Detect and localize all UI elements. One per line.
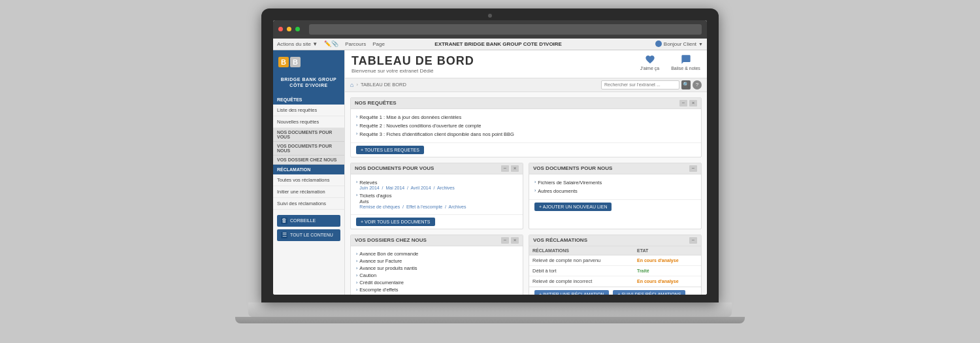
list-item: › Caution: [356, 272, 517, 279]
sidebar-item-suivi-reclamations[interactable]: Suivi des réclamations: [273, 198, 344, 210]
sidebar-section-nos-docs: NOS DOCUMENTS POUR VOUS: [273, 128, 344, 142]
tout-icon: ☰: [281, 232, 287, 238]
requete-3: Requête 3 : Fiches d'identification clie…: [359, 131, 514, 137]
help-button[interactable]: ?: [693, 80, 702, 90]
page-link[interactable]: Page: [372, 41, 385, 47]
parcours-link[interactable]: Parcours: [345, 41, 366, 47]
widget-vos-reclamations-controls: −: [689, 237, 697, 244]
sidebar-item-liste-requetes[interactable]: Liste des requêtes: [273, 105, 344, 116]
widget-vos-dossiers-title: VOS DOSSIERS CHEZ NOUS: [355, 237, 427, 243]
widget-vos-documents-footer: + AJOUTER UN NOUVEAU LIEN: [529, 199, 701, 214]
corbeille-icon: 🗑: [281, 218, 287, 224]
tickets-section: Tickets d'agios Avis Remise de chèques /…: [359, 193, 466, 209]
rec-label-1: Relevé de compte non parvenu: [529, 255, 634, 265]
list-item: › Requête 1 : Mise à jour des données cl…: [356, 113, 696, 122]
widget-nos-requetes-body: › Requête 1 : Mise à jour des données cl…: [351, 109, 701, 142]
logo-text: BRIDGE BANK GROUP: [278, 76, 339, 82]
user-label: Bonjour Client: [664, 41, 696, 47]
arrow-icon: ›: [356, 193, 357, 197]
widget-vos-dossiers-header: VOS DOSSIERS CHEZ NOUS − ×: [351, 235, 523, 246]
ajouter-lien-button[interactable]: + AJOUTER UN NOUVEAU LIEN: [534, 203, 612, 211]
list-item: › Requête 2 : Nouvelles conditions d'ouv…: [356, 122, 696, 130]
widget-minimize-btn[interactable]: −: [501, 237, 509, 244]
arrow-icon: ›: [356, 259, 357, 263]
widget-vos-documents-header: VOS DOCUMENTS POUR NOUS −: [529, 163, 701, 174]
arrow-icon: ›: [356, 287, 357, 292]
sidebar-section-reclamation: RÉCLAMATION: [273, 165, 344, 174]
maximize-dot[interactable]: [295, 27, 300, 31]
widget-nos-requetes-title: NOS REQUÊTES: [355, 100, 397, 106]
status-badge: En cours d'analyse: [637, 279, 679, 284]
arrow-icon: ›: [356, 252, 357, 256]
like-action[interactable]: J'aime ça: [635, 54, 664, 71]
list-item: › Crédit documentaire: [356, 279, 517, 286]
search-input[interactable]: [601, 80, 679, 90]
fichiers-label: Fichiers de Salaire/Virements: [538, 180, 602, 186]
top-toolbar: Actions du site ▼ ✏️📎 Parcours Page EXTR…: [273, 39, 707, 50]
widgets-area: NOS REQUÊTES − × › Requête 1: [345, 92, 707, 295]
arrow-icon: ›: [356, 180, 357, 184]
widget-vos-reclamations-body: RÉCLAMATIONS ETAT Relevé de compte non p…: [529, 246, 701, 287]
search-button[interactable]: 🔍: [681, 80, 691, 90]
toutes-requetes-button[interactable]: + TOUTES LES REQUETES: [356, 146, 424, 154]
widget-nos-documents-footer: + VOIR TOUS LES DOCUMENTS: [351, 214, 523, 229]
widget-nos-documents-header: NOS DOCUMENTS POUR VOUS − ×: [351, 163, 523, 174]
breadcrumb-current: TABLEAU DE BORD: [361, 82, 406, 88]
releves-section: Relevés Juin 2014 / Mai 2014 / Avril 201…: [359, 180, 454, 190]
sidebar-item-initier-reclamation[interactable]: Initier une réclamation: [273, 186, 344, 198]
widget-vos-documents-title: VOS DOCUMENTS POUR NOUS: [533, 165, 612, 171]
search-bar: 🔍 ?: [601, 80, 702, 90]
widget-close-btn[interactable]: ×: [689, 100, 697, 106]
table-row: Relevé de compte non parvenu En cours d'…: [529, 255, 701, 265]
avance-produits-label: Avance sur produits nantis: [359, 265, 417, 271]
widget-close-btn[interactable]: ×: [511, 165, 519, 172]
header-left: TABLEAU DE BORD Bienvenue sur votre extr…: [351, 54, 474, 74]
col-reclamations: RÉCLAMATIONS: [529, 246, 634, 255]
avance-bc-label: Avance Bon de commande: [359, 251, 418, 257]
toolbar-title: EXTRANET BRIDGE BANK GROUP COTE D'IVOIRE: [434, 41, 562, 47]
widget-vos-dossiers-body: › Avance Bon de commande › Avance sur Fa…: [351, 246, 523, 295]
tickets-links: Remise de chèques / Effet à l'escompte /…: [359, 204, 466, 209]
sidebar: B B BRIDGE BANK GROUP CÔTE D'IVOIRE REQU…: [273, 50, 345, 295]
voir-tous-documents-button[interactable]: + VOIR TOUS LES DOCUMENTS: [356, 218, 435, 226]
arrow-icon: ›: [356, 131, 357, 136]
screen-bezel: Actions du site ▼ ✏️📎 Parcours Page EXTR…: [261, 8, 719, 302]
initier-reclamation-button[interactable]: + INITIER UNE RÉCLAMATION: [534, 290, 609, 295]
sidebar-item-toutes-reclamations[interactable]: Toutes vos réclamations: [273, 174, 344, 186]
widget-nos-documents-body: › Relevés Juin 2014 / Mai 2014 / Avril 2…: [351, 174, 523, 214]
notes-action[interactable]: Balise & notes: [671, 54, 700, 71]
requete-2: Requête 2 : Nouvelles conditions d'ouver…: [359, 123, 481, 129]
home-icon[interactable]: ⌂: [350, 82, 353, 88]
avis-label: Avis: [359, 199, 466, 204]
close-dot[interactable]: [278, 27, 283, 31]
actions-menu[interactable]: Actions du site ▼: [277, 41, 318, 47]
sidebar-item-nouvelles-requetes[interactable]: Nouvelles requêtes: [273, 116, 344, 128]
widgets-row-2: NOS DOCUMENTS POUR VOUS − × ›: [350, 163, 702, 229]
widget-vos-reclamations-header: VOS RÉCLAMATIONS −: [529, 235, 701, 246]
user-dropdown-icon[interactable]: ▼: [698, 42, 703, 46]
address-bar[interactable]: [309, 24, 702, 35]
minimize-dot[interactable]: [287, 27, 291, 31]
list-item: › Tickets d'agios Avis Remise de chèques…: [356, 191, 517, 210]
chequiers-label: Demande de chéquiers: [359, 294, 410, 295]
corbeille-button[interactable]: 🗑 CORBEILLE: [277, 215, 340, 227]
status-badge: Traité: [637, 269, 649, 273]
list-item: › Relevés Juin 2014 / Mai 2014 / Avril 2…: [356, 178, 517, 191]
main-layout: B B BRIDGE BANK GROUP CÔTE D'IVOIRE REQU…: [273, 50, 707, 295]
suivi-reclamations-button[interactable]: + SUIVI DES RÉCLAMATIONS: [613, 290, 685, 295]
extranet-page: Actions du site ▼ ✏️📎 Parcours Page EXTR…: [273, 39, 707, 295]
widget-close-btn[interactable]: ×: [511, 237, 519, 244]
tout-contenu-button[interactable]: ☰ TOUT LE CONTENU: [277, 229, 340, 241]
avance-facture-label: Avance sur Facture: [359, 258, 402, 264]
list-item: › Avance sur Facture: [356, 257, 517, 265]
widget-nos-documents-controls: − ×: [501, 165, 519, 172]
sidebar-bottom-buttons: 🗑 CORBEILLE ☰ TOUT LE CONTENU: [273, 215, 344, 241]
widget-nos-requetes-controls: − ×: [679, 100, 697, 106]
widget-minimize-btn[interactable]: −: [689, 237, 697, 244]
widget-minimize-btn[interactable]: −: [679, 100, 687, 106]
widget-minimize-btn[interactable]: −: [501, 165, 509, 172]
widget-minimize-btn[interactable]: −: [689, 165, 697, 172]
escompte-label: Escompte d'effets: [359, 287, 398, 293]
widget-nos-requetes: NOS REQUÊTES − × › Requête 1: [350, 97, 702, 157]
corbeille-label: CORBEILLE: [290, 218, 316, 223]
